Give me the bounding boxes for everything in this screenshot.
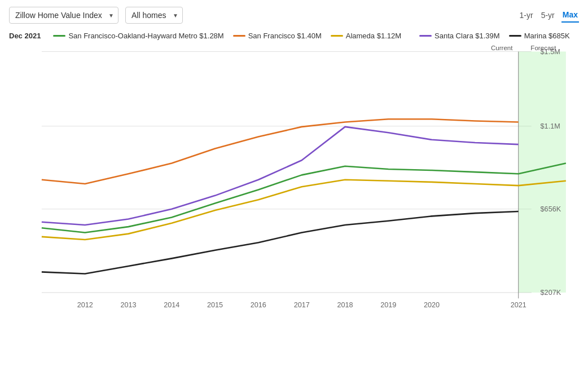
y-label-1p5m: $1.5M bbox=[541, 48, 560, 56]
legend-item-marina: Marina $685K bbox=[509, 32, 570, 40]
legend-date: Dec 2021 bbox=[9, 32, 41, 40]
main-container: Zillow Home Value Index All homes 1-yr 5… bbox=[0, 0, 588, 371]
legend-line-metro bbox=[53, 35, 65, 37]
legend-line-santaclara bbox=[419, 35, 432, 37]
index-dropdown[interactable]: Zillow Home Value Index bbox=[9, 7, 119, 24]
time-btn-max[interactable]: Max bbox=[561, 8, 579, 23]
line-alameda bbox=[42, 180, 566, 240]
time-btn-5yr[interactable]: 5-yr bbox=[540, 8, 556, 22]
y-label-1p1m: $1.1M bbox=[541, 122, 560, 130]
legend-item-alameda: Alameda $1.12M bbox=[331, 32, 401, 40]
legend-label-sf: San Francisco $1.40M bbox=[248, 32, 322, 40]
legend-label-metro: San Francisco-Oakland-Hayward Metro $1.2… bbox=[68, 32, 223, 40]
index-dropdown-wrap[interactable]: Zillow Home Value Index bbox=[9, 7, 119, 24]
x-label-2021: 2021 bbox=[511, 301, 526, 309]
y-label-207k: $207K bbox=[541, 289, 561, 297]
legend-label-santaclara: Santa Clara $1.39M bbox=[435, 32, 500, 40]
legend: Dec 2021 San Francisco-Oakland-Hayward M… bbox=[9, 32, 579, 40]
x-label-2019: 2019 bbox=[380, 301, 396, 309]
x-label-2014: 2014 bbox=[164, 301, 179, 309]
legend-line-alameda bbox=[331, 35, 343, 37]
legend-item-santaclara: Santa Clara $1.39M bbox=[419, 32, 500, 40]
home-type-dropdown-wrap[interactable]: All homes bbox=[125, 7, 183, 24]
legend-item-metro: San Francisco-Oakland-Hayward Metro $1.2… bbox=[53, 32, 223, 40]
x-label-2013: 2013 bbox=[120, 301, 136, 309]
current-label: Current bbox=[491, 46, 513, 51]
y-label-656k: $656K bbox=[541, 205, 561, 213]
line-santaclara bbox=[42, 127, 519, 225]
time-buttons-group: 1-yr 5-yr Max bbox=[519, 8, 579, 23]
x-label-2020: 2020 bbox=[424, 301, 440, 309]
legend-label-marina: Marina $685K bbox=[524, 32, 570, 40]
chart-svg: Current Forecast 2012 2013 2014 2015 201… bbox=[9, 46, 579, 322]
line-sf bbox=[42, 119, 519, 184]
x-label-2012: 2012 bbox=[77, 301, 93, 309]
legend-item-sf: San Francisco $1.40M bbox=[233, 32, 322, 40]
x-label-2016: 2016 bbox=[251, 301, 266, 309]
chart-area: Current Forecast 2012 2013 2014 2015 201… bbox=[9, 46, 579, 322]
legend-label-alameda: Alameda $1.12M bbox=[346, 32, 401, 40]
line-sfmetro bbox=[42, 164, 566, 233]
toolbar: Zillow Home Value Index All homes 1-yr 5… bbox=[9, 7, 579, 24]
home-type-dropdown[interactable]: All homes bbox=[125, 7, 183, 24]
x-label-2018: 2018 bbox=[337, 301, 353, 309]
time-btn-1yr[interactable]: 1-yr bbox=[519, 8, 534, 22]
legend-line-marina bbox=[509, 35, 521, 37]
legend-line-sf bbox=[233, 35, 245, 37]
x-label-2017: 2017 bbox=[294, 301, 310, 309]
x-label-2015: 2015 bbox=[207, 301, 223, 309]
